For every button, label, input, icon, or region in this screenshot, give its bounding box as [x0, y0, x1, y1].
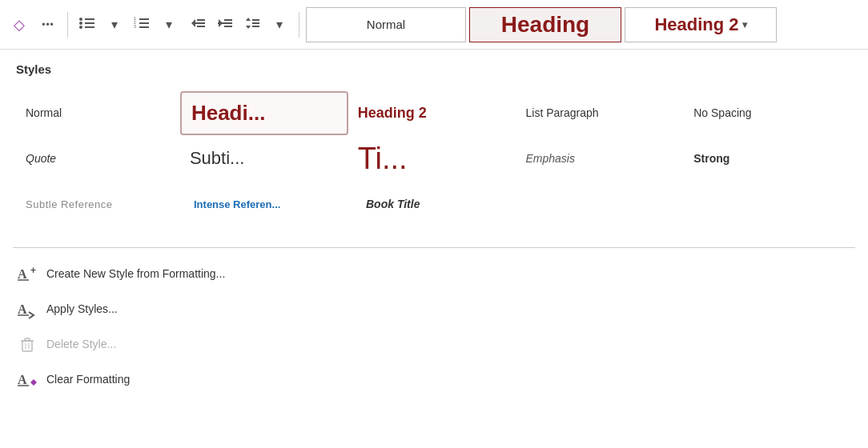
outdent-icon — [190, 16, 206, 34]
num-list-icon: 1 2 3 — [134, 16, 150, 34]
divider-1 — [67, 12, 68, 38]
create-style-icon: A + — [16, 262, 38, 285]
diamond-button[interactable]: ◇ — [6, 12, 32, 38]
style-cell-emphasis[interactable]: Emphasis — [516, 144, 684, 173]
style-cell-heading2[interactable]: Heading 2 — [348, 97, 516, 130]
svg-rect-13 — [197, 19, 205, 21]
indent-button[interactable] — [212, 12, 238, 38]
create-style-action[interactable]: A + Create New Style from Formatting... — [13, 256, 855, 291]
line-spacing-button[interactable] — [239, 12, 265, 38]
style-cell-quote[interactable]: Quote — [16, 144, 180, 173]
divider-2 — [299, 12, 299, 38]
clear-formatting-icon: A — [16, 368, 38, 390]
line-spacing-dropdown[interactable]: ▾ — [267, 12, 292, 38]
bullet-list-icon — [79, 16, 95, 34]
style-cell-book-title[interactable]: Book Title — [356, 190, 528, 218]
toolbar-normal-label: Normal — [367, 18, 405, 31]
style-title-label: Ti... — [358, 143, 408, 174]
create-style-label: Create New Style from Formatting... — [46, 267, 225, 280]
styles-panel-title: Styles — [16, 62, 852, 76]
svg-rect-18 — [218, 22, 232, 24]
svg-rect-32 — [25, 338, 30, 341]
svg-rect-7 — [139, 18, 149, 20]
svg-text:3: 3 — [134, 24, 136, 29]
style-heading2-label: Heading 2 — [358, 105, 427, 122]
style-cell-no-spacing[interactable]: No Spacing — [684, 98, 852, 127]
svg-rect-3 — [85, 22, 94, 24]
outdent-button[interactable] — [185, 12, 211, 38]
clear-formatting-action[interactable]: A Clear Formatting — [13, 362, 855, 397]
style-subtitle-label: Subti... — [190, 148, 244, 169]
more-options-button[interactable]: ••• — [35, 12, 61, 38]
svg-rect-30 — [22, 341, 32, 351]
indent-controls: ▾ — [185, 12, 292, 38]
svg-marker-21 — [246, 26, 251, 29]
style-strong-label: Strong — [693, 152, 729, 165]
toolbar: ◇ ••• ▾ 1 — [0, 0, 868, 50]
delete-style-icon — [16, 333, 38, 355]
styles-row-2: Quote Subti... Ti... Emphasis Strong — [16, 135, 852, 182]
toolbar-heading1-label: Heading — [501, 12, 589, 38]
style-subtle-ref-label: Subtle Reference — [26, 198, 112, 210]
toolbar-normal-style[interactable]: Normal — [306, 7, 466, 42]
style-cell-strong[interactable]: Strong — [684, 144, 852, 173]
toolbar-heading2-label: Heading 2 — [654, 14, 738, 35]
style-cell-title[interactable]: Ti... — [348, 135, 516, 182]
num-list-button[interactable]: 1 2 3 — [129, 12, 155, 38]
panel-divider — [13, 247, 855, 248]
svg-rect-19 — [224, 26, 232, 27]
chevron-down-icon: ▾ — [111, 17, 118, 32]
style-cell-intense-ref[interactable]: Intense Referen... — [184, 190, 356, 218]
apply-styles-icon: A — [16, 298, 38, 320]
style-book-title-label: Book Title — [366, 198, 420, 210]
list-controls: ▾ 1 2 3 ▾ — [74, 12, 182, 38]
style-cell-subtitle[interactable]: Subti... — [180, 140, 348, 177]
svg-marker-37 — [30, 379, 37, 386]
svg-rect-1 — [85, 18, 94, 20]
svg-text:+: + — [30, 265, 36, 276]
style-cell-normal[interactable]: Normal — [16, 98, 180, 127]
svg-rect-11 — [139, 26, 149, 28]
bullet-list-dropdown[interactable]: ▾ — [102, 12, 127, 38]
toolbar-heading2-style[interactable]: Heading 2 ▾ — [625, 7, 777, 42]
style-heading1-label: Headi... — [191, 101, 265, 126]
svg-rect-23 — [252, 22, 259, 24]
style-intense-ref-label: Intense Referen... — [194, 198, 280, 210]
bullet-list-button[interactable] — [74, 12, 100, 38]
style-list-paragraph-label: List Paragraph — [526, 106, 599, 119]
toolbar-heading1-style[interactable]: Heading — [469, 7, 621, 42]
diamond-icon: ◇ — [14, 16, 25, 34]
chevron-down-icon-3: ▾ — [276, 17, 283, 32]
more-icon: ••• — [42, 19, 54, 30]
style-quote-label: Quote — [26, 152, 56, 165]
svg-rect-9 — [139, 22, 149, 24]
action-list: A + Create New Style from Formatting... … — [0, 256, 868, 397]
svg-rect-5 — [85, 26, 94, 28]
chevron-down-icon-2: ▾ — [166, 17, 172, 32]
apply-styles-label: Apply Styles... — [46, 302, 118, 315]
svg-rect-22 — [252, 19, 259, 21]
svg-rect-15 — [197, 26, 205, 27]
svg-text:A: A — [18, 267, 27, 281]
svg-text:A: A — [18, 302, 27, 316]
style-cell-heading1[interactable]: Headi... — [180, 91, 348, 135]
style-cell-list-paragraph[interactable]: List Paragraph — [516, 98, 685, 127]
svg-point-4 — [79, 26, 82, 29]
style-normal-label: Normal — [26, 106, 62, 119]
svg-marker-20 — [246, 18, 251, 21]
svg-point-0 — [79, 18, 82, 21]
indent-icon — [217, 16, 233, 34]
clear-formatting-label: Clear Formatting — [46, 373, 130, 386]
style-emphasis-label: Emphasis — [525, 152, 574, 165]
num-list-dropdown[interactable]: ▾ — [156, 12, 182, 38]
styles-panel: Styles Normal Headi... Heading 2 List Pa… — [0, 50, 868, 239]
styles-row-1: Normal Headi... Heading 2 List Paragraph… — [16, 90, 852, 135]
svg-text:A: A — [18, 373, 27, 386]
apply-styles-action[interactable]: A Apply Styles... — [13, 291, 855, 326]
delete-style-label: Delete Style... — [46, 338, 116, 350]
svg-rect-17 — [224, 19, 232, 21]
style-cell-subtle-ref[interactable]: Subtle Reference — [16, 190, 184, 218]
line-spacing-icon — [244, 16, 260, 34]
style-no-spacing-label: No Spacing — [693, 106, 751, 119]
delete-style-action: Delete Style... — [13, 326, 855, 362]
